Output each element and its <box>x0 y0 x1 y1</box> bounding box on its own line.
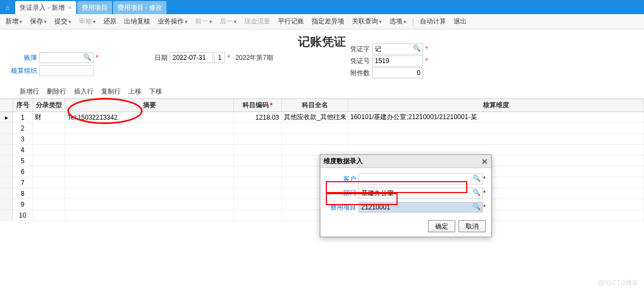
book-input[interactable] <box>39 52 94 63</box>
tb-travel[interactable]: 出纳复核 <box>121 16 153 28</box>
tab-fee-item-edit[interactable]: 费用项目 - 修改 <box>113 1 167 14</box>
cell-code[interactable] <box>234 123 282 133</box>
row-marker <box>0 199 13 209</box>
tb-audit[interactable]: 审核▾ <box>76 16 99 28</box>
cell-type[interactable] <box>33 123 65 133</box>
cell-summary[interactable]: Tel:15032213342 <box>65 112 234 122</box>
tb-parallel[interactable]: 平行记账 <box>275 16 307 28</box>
cell-summary[interactable] <box>65 177 234 188</box>
dialog-title: 维度数据录入 <box>324 157 363 166</box>
vword-input[interactable] <box>372 44 423 54</box>
tab-voucher-new[interactable]: 凭证录入 - 新增× <box>15 1 76 14</box>
table-row[interactable]: ▸1财Tel:150322133421218.03其他应收款_其他往来16010… <box>0 112 644 123</box>
tb-prev[interactable]: 前一▾ <box>192 16 215 28</box>
cell-code[interactable] <box>234 199 282 209</box>
tb-auto[interactable]: 自动计算 <box>417 16 449 28</box>
cell-dim[interactable] <box>348 134 644 144</box>
cell-summary[interactable] <box>65 199 234 209</box>
cancel-button[interactable]: 取消 <box>459 220 486 232</box>
required-icon: * <box>96 54 98 61</box>
gt-ins[interactable]: 插入行 <box>74 87 94 96</box>
vnum-input[interactable] <box>372 55 423 66</box>
cell-summary[interactable] <box>65 166 234 177</box>
gt-del[interactable]: 删除行 <box>47 87 66 96</box>
cell-code[interactable] <box>234 156 282 166</box>
tb-relq[interactable]: 关联查询▾ <box>349 16 385 28</box>
cell-code[interactable] <box>234 177 282 188</box>
home-tab[interactable]: ⌂ <box>1 1 14 14</box>
table-row[interactable]: 4 <box>0 145 644 156</box>
cell-name[interactable]: 其他应收款_其他往来 <box>282 112 348 122</box>
cell-code[interactable] <box>234 188 282 199</box>
org-input[interactable] <box>39 65 94 76</box>
tb-new[interactable]: 新增▾ <box>2 16 26 28</box>
tb-submit[interactable]: 提交▾ <box>51 16 75 28</box>
cell-type[interactable] <box>33 145 65 155</box>
dialog-title-bar[interactable]: 维度数据录入 ✕ <box>320 155 491 168</box>
row-marker <box>0 166 13 177</box>
tb-save[interactable]: 保存▾ <box>27 16 50 28</box>
gt-copy[interactable]: 复制行 <box>101 87 121 96</box>
cell-summary[interactable] <box>65 145 234 155</box>
cell-name[interactable] <box>282 134 348 144</box>
cell-type[interactable] <box>33 188 65 199</box>
date-picker-button[interactable]: 1 <box>214 52 225 63</box>
cell-type[interactable]: 财 <box>33 112 65 122</box>
gt-up[interactable]: 上移 <box>128 87 141 96</box>
cell-code[interactable] <box>234 134 282 144</box>
col-dim: 核算维度 <box>348 99 644 112</box>
tb-biz[interactable]: 业务操作▾ <box>154 16 191 28</box>
attach-input[interactable] <box>372 67 423 78</box>
tb-next[interactable]: 后一▾ <box>216 16 240 28</box>
close-icon[interactable]: ✕ <box>481 157 488 166</box>
ok-button[interactable]: 确定 <box>428 220 455 232</box>
tb-exit[interactable]: 退出 <box>450 16 470 28</box>
cell-type[interactable] <box>33 177 65 188</box>
cell-code[interactable]: 1218.03 <box>234 112 282 122</box>
cust-input[interactable] <box>358 174 483 184</box>
fee-input[interactable] <box>358 202 483 213</box>
tb-cash[interactable]: 现金流量 <box>241 16 274 28</box>
cell-type[interactable] <box>33 156 65 166</box>
fee-label[interactable]: 费用项目 <box>326 203 356 212</box>
cell-dim[interactable]: 160101/基建办公室;21210001/21210001-某 <box>348 112 644 122</box>
date-input[interactable] <box>170 52 213 63</box>
cell-summary[interactable] <box>65 123 234 133</box>
cell-summary[interactable] <box>65 156 234 166</box>
cell-name[interactable] <box>282 145 348 155</box>
dept-label[interactable]: 部门 <box>326 189 356 198</box>
cell-code[interactable] <box>234 145 282 155</box>
cell-type[interactable] <box>33 166 65 177</box>
table-row[interactable]: 2 <box>0 123 644 134</box>
grid-header: 序号 分录类型 摘要 科目编码* 科目全名 核算维度 <box>0 99 644 112</box>
cell-type[interactable] <box>33 199 65 209</box>
cell-summary[interactable] <box>65 134 234 144</box>
cell-code[interactable] <box>234 210 282 220</box>
tab-fee-item[interactable]: 费用项目 <box>77 1 112 14</box>
cell-type[interactable] <box>33 134 65 144</box>
watermark: @51CTO博客 <box>598 278 639 288</box>
book-label[interactable]: 账簿 <box>11 53 37 63</box>
tb-restore[interactable]: 还原 <box>100 16 120 28</box>
cell-code[interactable] <box>234 166 282 177</box>
tb-option[interactable]: 选项▾ <box>386 16 410 28</box>
caret-icon: ▾ <box>185 19 188 24</box>
cust-label[interactable]: 客户 <box>326 175 356 184</box>
gt-down[interactable]: 下移 <box>149 87 162 96</box>
cell-summary[interactable] <box>65 210 234 220</box>
table-row[interactable]: 3 <box>0 134 644 145</box>
cell-dim[interactable] <box>348 145 644 155</box>
cell-name[interactable] <box>282 123 348 133</box>
gt-add[interactable]: 新增行 <box>20 87 39 96</box>
org-label[interactable]: 核算组织 <box>11 66 37 76</box>
cell-summary[interactable] <box>65 188 234 199</box>
close-icon[interactable]: × <box>68 4 72 11</box>
tb-diff[interactable]: 指定差异项 <box>308 16 348 28</box>
cell-type[interactable] <box>33 210 65 220</box>
col-summary: 摘要 <box>65 99 234 112</box>
dept-input[interactable] <box>358 188 483 199</box>
caret-icon: ▾ <box>44 19 47 24</box>
cell-dim[interactable] <box>348 123 644 133</box>
form-area: 账簿 🔍 * 核算组织 日期 1 * 2022年第7期 凭证字 🔍 * 凭证号 … <box>0 52 644 85</box>
tab-label: 费用项目 - 修改 <box>117 3 163 13</box>
